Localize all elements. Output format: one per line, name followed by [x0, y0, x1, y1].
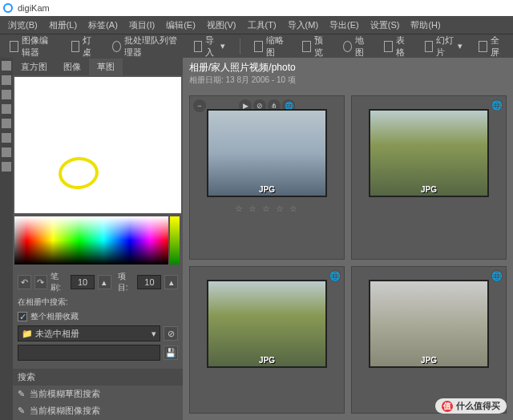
- thumbnail-cell[interactable]: − ▶⊘⋔🌐 JPG ☆ ☆ ☆ ☆ ☆: [189, 95, 345, 260]
- breadcrumb: 相册/家人照片视频/photo: [189, 61, 507, 75]
- content-area: 相册/家人照片视频/photo 相册日期: 13 8月 2006 - 10 项 …: [183, 58, 513, 420]
- format-badge: JPG: [421, 185, 437, 194]
- globe-icon[interactable]: 🌐: [329, 270, 341, 281]
- preview-icon: [302, 41, 311, 52]
- tab-sketch[interactable]: 草图: [89, 59, 123, 75]
- queue-icon: [112, 41, 121, 52]
- menu-import[interactable]: 导入(M): [283, 18, 324, 33]
- chevron-down-icon: ▾: [151, 329, 156, 339]
- tab-image[interactable]: 图像: [55, 59, 89, 75]
- globe-icon[interactable]: 🌐: [491, 270, 503, 281]
- album-info: 相册日期: 13 8月 2006 - 10 项: [189, 75, 507, 86]
- format-badge: JPG: [259, 185, 275, 194]
- vtab-icon[interactable]: [2, 162, 11, 172]
- sketch-canvas[interactable]: [14, 77, 181, 213]
- brush-icon: ✎: [18, 389, 25, 399]
- collapse-button[interactable]: −: [193, 99, 206, 112]
- brush-step[interactable]: ▴: [98, 275, 111, 289]
- format-badge: JPG: [259, 356, 275, 365]
- tb-import[interactable]: 导入▾: [189, 32, 230, 61]
- vtab-icon[interactable]: [2, 133, 11, 143]
- photo-thumb[interactable]: JPG: [369, 109, 489, 197]
- menu-help[interactable]: 帮助(H): [406, 18, 445, 33]
- brush-icon: ✎: [18, 406, 25, 416]
- toolbar: 图像编辑器 灯桌 批处理队列管理器 导入▾ 缩略图 预览 地图 表格 幻灯片▾ …: [0, 34, 513, 58]
- rating-stars[interactable]: ☆ ☆ ☆ ☆ ☆: [235, 204, 299, 214]
- folder-icon: 📁: [22, 329, 33, 339]
- import-icon: [194, 41, 202, 52]
- menu-edit[interactable]: 编辑(E): [161, 18, 200, 33]
- clear-button[interactable]: ⊘: [164, 326, 178, 341]
- tab-histogram[interactable]: 直方图: [13, 59, 55, 75]
- chevron-down-icon: ▾: [458, 41, 463, 51]
- thumb-icon: [254, 41, 263, 52]
- photo-thumb[interactable]: JPG: [207, 109, 327, 197]
- tb-thumb[interactable]: 缩略图: [249, 32, 291, 61]
- photo-thumb[interactable]: JPG: [369, 280, 489, 368]
- menu-item[interactable]: 项目(I): [124, 18, 160, 33]
- album-select[interactable]: 📁 未选中相册▾: [18, 325, 160, 341]
- watermark: 值什么值得买: [435, 398, 507, 414]
- map-icon: [343, 41, 352, 52]
- items-label: 项目:: [118, 271, 135, 293]
- light-icon: [71, 41, 80, 52]
- app-icon: [3, 3, 13, 13]
- wm-icon: 值: [442, 401, 453, 412]
- left-vtabs: [0, 58, 13, 420]
- tb-light[interactable]: 灯桌: [67, 32, 101, 61]
- brush-label: 笔刷:: [50, 271, 67, 293]
- search-image[interactable]: ✎当前模糊图像搜索: [13, 402, 183, 419]
- menu-browse[interactable]: 浏览(B): [3, 18, 42, 33]
- thumbnail-cell[interactable]: 🌐 JPG: [351, 266, 507, 414]
- tb-table[interactable]: 表格: [379, 32, 414, 61]
- undo-button[interactable]: ↶: [18, 275, 31, 289]
- tb-editor[interactable]: 图像编辑器: [5, 32, 60, 61]
- vtab-icon[interactable]: [2, 119, 11, 128]
- left-panel: 直方图 图像 草图 ↶ ↷ 笔刷: ▴ 项目: ▴ 在相册中搜索:: [13, 58, 183, 420]
- search-label: 在相册中搜索:: [18, 297, 178, 308]
- tb-map[interactable]: 地图: [338, 32, 373, 61]
- thumbnail-cell[interactable]: 🌐 JPG: [351, 95, 507, 260]
- photo-thumb[interactable]: JPG: [207, 280, 327, 368]
- redo-button[interactable]: ↷: [34, 275, 48, 289]
- format-badge: JPG: [421, 356, 437, 365]
- items-step[interactable]: ▴: [164, 275, 178, 289]
- tb-preview[interactable]: 预览: [297, 32, 332, 61]
- name-input[interactable]: [18, 345, 160, 361]
- tb-full[interactable]: 全屏: [474, 32, 508, 61]
- whole-checkbox[interactable]: ✓: [18, 312, 27, 321]
- thumbnail-cell[interactable]: 🌐 JPG: [189, 266, 345, 414]
- search-header: 搜索: [13, 369, 183, 386]
- slide-icon: [425, 41, 433, 52]
- whole-label: 整个相册收藏: [30, 311, 79, 322]
- search-sketch[interactable]: ✎当前模糊草图搜索: [13, 386, 183, 402]
- menu-tools[interactable]: 工具(T): [243, 18, 281, 33]
- items-count[interactable]: [137, 275, 161, 289]
- separator: [240, 38, 240, 55]
- tb-queue[interactable]: 批处理队列管理器: [107, 32, 183, 61]
- app-title: digiKam: [18, 3, 50, 13]
- sketch-mark: [57, 155, 99, 191]
- brush-size[interactable]: [71, 275, 95, 289]
- table-icon: [384, 41, 393, 52]
- vtab-icon[interactable]: [2, 147, 11, 157]
- save-button[interactable]: 💾: [164, 345, 178, 360]
- menu-album[interactable]: 相册(L): [44, 18, 82, 33]
- edit-icon: [10, 41, 18, 52]
- menu-export[interactable]: 导出(E): [325, 18, 364, 33]
- vtab-icon[interactable]: [2, 104, 11, 114]
- vtab-icon[interactable]: [2, 90, 11, 99]
- vtab-icon[interactable]: [2, 61, 11, 71]
- globe-icon[interactable]: 🌐: [491, 99, 503, 111]
- chevron-down-icon: ▾: [220, 41, 225, 51]
- tb-slide[interactable]: 幻灯片▾: [420, 32, 467, 61]
- full-icon: [479, 41, 487, 52]
- hue-slider[interactable]: [170, 216, 180, 265]
- color-picker[interactable]: [14, 216, 168, 265]
- menu-tag[interactable]: 标签(A): [83, 18, 123, 33]
- menu-settings[interactable]: 设置(S): [366, 18, 405, 33]
- vtab-icon[interactable]: [2, 75, 11, 85]
- menu-view[interactable]: 视图(V): [202, 18, 241, 33]
